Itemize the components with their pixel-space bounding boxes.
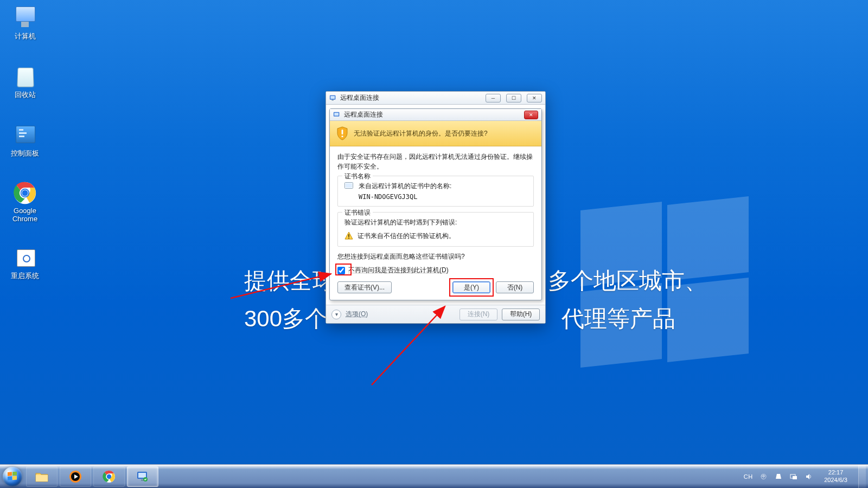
svg-rect-21 [12, 472, 17, 476]
show-desktop-button[interactable] [858, 465, 866, 489]
svg-rect-1 [19, 132, 27, 134]
desktop-icon-chrome[interactable]: Google Chrome [2, 181, 48, 223]
wallpaper-text-4: 代理等产品 [561, 304, 675, 334]
cert-error-desc: 验证远程计算机的证书时遇到下列错误: [344, 218, 527, 227]
rdc-icon [136, 470, 150, 484]
yes-button[interactable]: 是(Y) [452, 281, 490, 293]
svg-rect-30 [138, 473, 146, 478]
warning-banner: 无法验证此远程计算机的身份。是否仍要连接? [330, 121, 541, 146]
cert-name-value: WIN-NDOGEVGJ3QL [359, 193, 451, 201]
wallpaper-text-2: 多个地区城市、 [548, 266, 707, 296]
recycle-bin-icon [11, 64, 39, 88]
taskbar-chrome[interactable] [93, 466, 125, 487]
options-label[interactable]: 选项(O) [346, 310, 368, 319]
no-button[interactable]: 否(N) [496, 281, 534, 293]
taskbar-remote-desktop[interactable] [127, 466, 158, 487]
maximize-button[interactable]: ☐ [506, 94, 521, 102]
certificate-icon [344, 182, 354, 190]
cert-error-item: 证书来自不信任的证书验证机构。 [358, 232, 455, 241]
cert-name-group: 证书名称 来自远程计算机的证书中的名称: WIN-NDOGEVGJ3QL [337, 176, 534, 207]
svg-point-13 [341, 136, 343, 137]
restart-icon [11, 245, 39, 269]
svg-rect-2 [19, 136, 24, 137]
network-icon[interactable] [789, 472, 798, 481]
cert-error-legend: 证书错误 [342, 208, 373, 217]
svg-rect-12 [342, 130, 343, 134]
view-certificate-button[interactable]: 查看证书(V)... [337, 281, 392, 293]
options-disclosure-button[interactable]: ▾ [331, 310, 341, 319]
desktop-icon-label: 回收站 [2, 90, 48, 100]
dont-ask-checkbox[interactable] [337, 267, 345, 274]
help-button[interactable]: 帮助(H) [502, 309, 540, 320]
cert-name-legend: 证书名称 [342, 172, 373, 181]
minimize-button[interactable]: ─ [486, 94, 501, 102]
system-tray[interactable]: CH ㊥ 22:17 2024/6/3 [744, 465, 868, 489]
dont-ask-label[interactable]: 不再询问我是否连接到此计算机(D) [348, 266, 449, 275]
media-player-icon [68, 470, 82, 484]
desktop-icon-label: Google Chrome [2, 207, 48, 223]
dialog-title: 远程桌面连接 [344, 110, 521, 119]
chrome-icon [11, 181, 39, 205]
volume-icon[interactable] [805, 472, 813, 481]
svg-rect-16 [348, 234, 349, 237]
svg-rect-15 [346, 183, 352, 188]
connect-button: 连接(N) [459, 309, 497, 320]
svg-point-17 [348, 237, 349, 239]
desktop-icon-control-panel[interactable]: 控制面板 [2, 123, 48, 158]
svg-rect-24 [36, 475, 48, 481]
rdc-icon [333, 111, 341, 119]
desktop-icon-label: 计算机 [2, 31, 48, 41]
language-indicator[interactable]: CH [744, 472, 752, 481]
action-center-icon[interactable] [774, 472, 783, 481]
svg-rect-11 [334, 113, 339, 115]
dialog-titlebar[interactable]: 远程桌面连接 ✕ [330, 109, 541, 121]
window-footer: ▾ 选项(O) 连接(N) 帮助(H) [326, 305, 545, 323]
clock-time: 22:17 [824, 469, 847, 476]
svg-point-6 [22, 190, 28, 196]
cert-error-group: 证书错误 验证远程计算机的证书时遇到下列错误: 证书来自不信任的证书验证机构。 [337, 212, 534, 247]
desktop-icon-label: 控制面板 [2, 149, 48, 158]
rdc-icon [329, 94, 337, 102]
control-panel-icon [11, 123, 39, 146]
folder-icon [35, 470, 49, 484]
svg-rect-20 [8, 472, 12, 476]
svg-rect-9 [331, 99, 334, 100]
desktop-icon-recycle-bin[interactable]: 回收站 [2, 64, 48, 100]
svg-rect-22 [8, 476, 12, 480]
start-button[interactable] [0, 465, 25, 489]
window-titlebar[interactable]: 远程桌面连接 ─ ☐ ✕ [326, 92, 545, 105]
remote-desktop-window[interactable]: 远程桌面连接 ─ ☐ ✕ 远程桌面连接 ✕ 无法验证此远 [326, 91, 546, 324]
warning-triangle-icon [344, 232, 353, 240]
taskbar[interactable]: CH ㊥ 22:17 2024/6/3 [0, 464, 868, 488]
svg-rect-23 [12, 476, 17, 480]
taskbar-explorer[interactable] [26, 466, 58, 487]
svg-rect-8 [330, 96, 335, 99]
desktop-icon-computer[interactable]: 计算机 [2, 5, 48, 41]
shield-warning-icon [336, 126, 348, 140]
dialog-close-button[interactable]: ✕ [524, 111, 538, 119]
chrome-icon [102, 470, 116, 484]
close-button[interactable]: ✕ [527, 94, 542, 102]
cert-name-desc: 来自远程计算机的证书中的名称: [359, 182, 451, 191]
computer-icon [11, 5, 39, 29]
certificate-warning-dialog[interactable]: 远程桌面连接 ✕ 无法验证此远程计算机的身份。是否仍要连接? 由于安全证书存在问… [329, 108, 542, 300]
svg-point-28 [107, 474, 111, 478]
desktop-icon-label: 重启系统 [2, 271, 48, 281]
clock-date: 2024/6/3 [824, 477, 847, 484]
window-title: 远程桌面连接 [340, 93, 480, 102]
desktop-icon-restart-system[interactable]: 重启系统 [2, 245, 48, 281]
explanation-text: 由于安全证书存在问题，因此远程计算机无法通过身份验证。继续操作可能不安全。 [337, 152, 534, 171]
ime-indicator-icon[interactable]: ㊥ [759, 472, 768, 481]
confirmation-prompt: 您想连接到远程桌面而忽略这些证书错误吗? [337, 252, 534, 261]
clock[interactable]: 22:17 2024/6/3 [820, 469, 852, 483]
start-orb-icon [3, 467, 22, 486]
svg-rect-0 [19, 129, 23, 131]
taskbar-media-player[interactable] [60, 466, 91, 487]
desktop[interactable]: 提供全球 多个地区城市、 300多个 代理等产品 计算机 回收站 控制面板 Go… [0, 0, 868, 464]
wallpaper-text-1: 提供全球 [244, 266, 335, 296]
wallpaper-text-3: 300多个 [244, 304, 328, 334]
svg-rect-34 [793, 476, 797, 479]
warning-message: 无法验证此远程计算机的身份。是否仍要连接? [354, 129, 488, 138]
